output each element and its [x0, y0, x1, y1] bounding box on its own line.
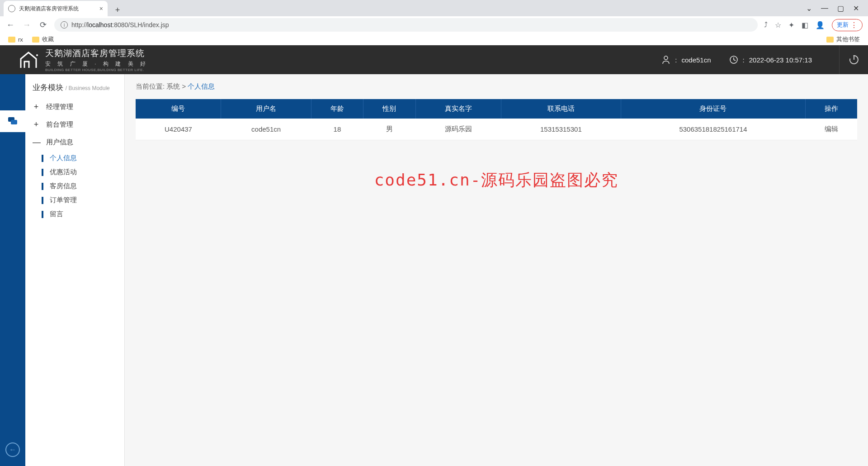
- content-inner: 编号 用户名 年龄 性别 真实名字 联系电话 身份证号 操作 U420437 c…: [136, 99, 857, 140]
- address-actions: ⤴ ☆ ✦ ◧ 👤 更新 ⋮: [764, 19, 863, 31]
- submenu: 个人信息 优惠活动 客房信息 订单管理 留言: [25, 151, 124, 221]
- sidebar-title: 业务模块 / Business Module: [25, 82, 124, 98]
- minus-icon: —: [33, 138, 40, 147]
- side-panel-icon[interactable]: ◧: [802, 21, 808, 29]
- breadcrumb-current[interactable]: 个人信息: [188, 82, 215, 90]
- submenu-rooms[interactable]: 客房信息: [34, 179, 124, 193]
- folder-icon: [8, 37, 15, 43]
- datetime-info: : 2022-06-23 10:57:13: [729, 55, 812, 64]
- cell-username: code51cn: [221, 119, 311, 140]
- datetime: 2022-06-23 10:57:13: [749, 56, 812, 64]
- url-input[interactable]: i http://localhost:8080/SLH/index.jsp: [54, 18, 758, 32]
- submenu-message[interactable]: 留言: [34, 207, 124, 221]
- bookmark-bar: rx 收藏 其他书签: [0, 33, 868, 45]
- logout-button[interactable]: [839, 45, 868, 74]
- logo-text: 天鹅湖酒店客房管理系统 安 筑 广 厦 · 构 建 美 好 BUILDING B…: [45, 48, 148, 72]
- new-tab-button[interactable]: +: [111, 4, 124, 16]
- sidebar: 业务模块 / Business Module +经理管理 +前台管理 —用户信息…: [25, 74, 125, 466]
- svg-rect-6: [11, 120, 17, 124]
- username: code51cn: [681, 56, 711, 64]
- power-icon: [849, 54, 859, 65]
- submenu-personal[interactable]: 个人信息: [34, 151, 124, 165]
- house-logo-icon: [18, 51, 39, 69]
- app-logo: 天鹅湖酒店客房管理系统 安 筑 广 厦 · 构 建 美 好 BUILDING B…: [18, 48, 148, 72]
- bookmark-other[interactable]: 其他书签: [826, 35, 860, 43]
- watermark: code51.cn-源码乐园盗图必究: [374, 169, 619, 191]
- rail-back-button[interactable]: ←: [5, 442, 20, 457]
- tab-title: 天鹅湖酒店客房管理系统: [19, 5, 79, 13]
- submenu-promo[interactable]: 优惠活动: [34, 165, 124, 179]
- cell-action: 编辑: [806, 119, 857, 140]
- forward-button[interactable]: →: [22, 20, 32, 30]
- cell-phone: 15315315301: [501, 119, 621, 140]
- extensions-icon[interactable]: ✦: [788, 21, 794, 29]
- menu-frontdesk[interactable]: +前台管理: [25, 116, 124, 133]
- content-area: 当前位置: 系统 > 个人信息 编号 用户名 年龄 性别 真实名字 联系电话 身…: [125, 74, 868, 466]
- plus-icon: +: [33, 102, 40, 112]
- tab-bar: 天鹅湖酒店客房管理系统 × + ⌄ — ▢ ✕: [0, 0, 868, 16]
- app-body: ← 业务模块 / Business Module +经理管理 +前台管理 —用户…: [0, 74, 868, 466]
- bookmark-rx[interactable]: rx: [8, 36, 23, 43]
- window-controls: ⌄ — ▢ ✕: [806, 0, 868, 16]
- folder-icon: [32, 37, 39, 43]
- user-info[interactable]: : code51cn: [661, 55, 711, 64]
- chat-icon: [7, 116, 18, 126]
- col-action: 操作: [806, 99, 857, 119]
- cell-idcard: 530635181825161714: [621, 119, 805, 140]
- chevron-down-icon[interactable]: ⌄: [806, 4, 812, 13]
- bar-icon: [42, 169, 43, 176]
- cell-realname: 源码乐园: [415, 119, 501, 140]
- close-window-icon[interactable]: ✕: [853, 4, 859, 13]
- edit-button[interactable]: 编辑: [825, 125, 838, 133]
- clock-icon: [729, 55, 738, 64]
- app-subtitle: 安 筑 广 厦 · 构 建 美 好: [45, 60, 148, 68]
- address-bar: ← → ⟳ i http://localhost:8080/SLH/index.…: [0, 16, 868, 33]
- site-info-icon[interactable]: i: [61, 21, 68, 29]
- col-idcard: 身份证号: [621, 99, 805, 119]
- left-rail: ←: [0, 74, 25, 466]
- user-icon: [661, 55, 670, 64]
- maximize-icon[interactable]: ▢: [837, 4, 844, 13]
- menu-dots-icon: ⋮: [850, 21, 858, 29]
- share-icon[interactable]: ⤴: [764, 21, 768, 29]
- url-text: http://localhost:8080/SLH/index.jsp: [71, 21, 169, 29]
- bar-icon: [42, 211, 43, 218]
- submenu-orders[interactable]: 订单管理: [34, 193, 124, 207]
- menu-userinfo[interactable]: —用户信息: [25, 133, 124, 151]
- browser-tab[interactable]: 天鹅湖酒店客房管理系统 ×: [4, 1, 108, 16]
- folder-icon: [826, 37, 834, 43]
- cell-gender: 男: [363, 119, 416, 140]
- rail-tab-chat[interactable]: [0, 110, 25, 132]
- reload-button[interactable]: ⟳: [38, 20, 48, 30]
- header-right: : code51cn : 2022-06-23 10:57:13: [661, 45, 850, 74]
- cell-age: 18: [311, 119, 363, 140]
- col-realname: 真实名字: [415, 99, 501, 119]
- col-gender: 性别: [363, 99, 416, 119]
- svg-point-0: [36, 54, 38, 56]
- app-subtitle-en: BUILDING BETTER HOUSE,BUILDING BETTER LI…: [45, 68, 148, 72]
- breadcrumb: 当前位置: 系统 > 个人信息: [125, 74, 868, 99]
- bar-icon: [42, 197, 43, 204]
- star-icon[interactable]: ☆: [775, 21, 781, 29]
- bookmark-fav[interactable]: 收藏: [32, 35, 54, 43]
- app-header: 天鹅湖酒店客房管理系统 安 筑 广 厦 · 构 建 美 好 BUILDING B…: [0, 45, 868, 74]
- profile-icon[interactable]: 👤: [816, 21, 825, 29]
- update-button[interactable]: 更新 ⋮: [832, 19, 863, 31]
- browser-chrome: 天鹅湖酒店客房管理系统 × + ⌄ — ▢ ✕ ← → ⟳ i http://l…: [0, 0, 868, 45]
- col-phone: 联系电话: [501, 99, 621, 119]
- back-button[interactable]: ←: [5, 20, 15, 30]
- table-row: U420437 code51cn 18 男 源码乐园 15315315301 5…: [136, 119, 857, 140]
- menu-manager[interactable]: +经理管理: [25, 98, 124, 116]
- col-age: 年龄: [311, 99, 363, 119]
- table-header-row: 编号 用户名 年龄 性别 真实名字 联系电话 身份证号 操作: [136, 99, 857, 119]
- col-username: 用户名: [221, 99, 311, 119]
- col-id: 编号: [136, 99, 221, 119]
- close-tab-icon[interactable]: ×: [99, 5, 103, 12]
- app-title: 天鹅湖酒店客房管理系统: [45, 48, 148, 59]
- breadcrumb-root[interactable]: 系统: [166, 82, 180, 90]
- minimize-icon[interactable]: —: [821, 4, 828, 12]
- bar-icon: [42, 183, 43, 190]
- cell-id: U420437: [136, 119, 221, 140]
- plus-icon: +: [33, 120, 40, 129]
- bar-icon: [42, 155, 43, 162]
